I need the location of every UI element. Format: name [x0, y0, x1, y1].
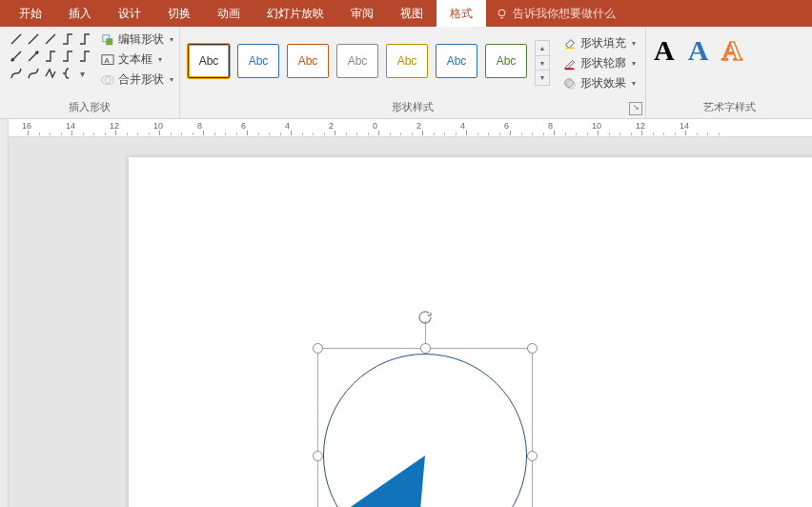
shape-connector-icon[interactable] [44, 32, 57, 46]
tell-me-search[interactable]: 告诉我你想要做什么 [486, 0, 625, 27]
svg-line-1 [11, 34, 21, 44]
lightbulb-icon [496, 8, 508, 20]
tab-insert[interactable]: 插入 [55, 0, 105, 27]
paint-bucket-icon [563, 37, 577, 51]
group-wordart-styles: A A A 艺术字样式 [646, 27, 812, 118]
shape-effects-button[interactable]: 形状效果▾ [561, 74, 638, 92]
style-preset-7[interactable]: Abc [485, 44, 527, 78]
pie-wedge[interactable] [317, 348, 533, 507]
group-wordart-label: 艺术字样式 [654, 100, 804, 116]
tell-me-label: 告诉我你想要做什么 [513, 6, 616, 22]
spinner-up-icon[interactable]: ▲ [536, 41, 549, 56]
group-styles-label: 形状样式 [188, 100, 638, 116]
style-preset-4[interactable]: Abc [336, 44, 378, 78]
chevron-down-icon: ▾ [170, 35, 173, 44]
shape-line2-icon[interactable] [27, 32, 40, 46]
insert-shape-commands: 编辑形状▾ A 文本框▾ 合并形状▾ [99, 30, 175, 89]
shape-gallery[interactable]: ▾ [8, 30, 93, 82]
svg-line-3 [46, 34, 55, 44]
svg-text:A: A [105, 55, 111, 64]
ribbon-tab-strip: 开始 插入 设计 切换 动画 幻灯片放映 审阅 视图 格式 告诉我你想要做什么 [0, 0, 812, 27]
shape-style-gallery[interactable]: Abc Abc Abc Abc Abc Abc Abc ▲ ▼ ▼ [188, 30, 550, 86]
merge-shapes-button: 合并形状▾ [99, 71, 175, 89]
resize-handle-nw[interactable] [313, 343, 323, 354]
style-gallery-spinner[interactable]: ▲ ▼ ▼ [535, 40, 550, 86]
shape-freeform-icon[interactable] [44, 67, 57, 80]
selected-shape-pie[interactable] [317, 348, 533, 507]
style-preset-5[interactable]: Abc [386, 44, 428, 78]
resize-handle-w[interactable] [313, 451, 323, 461]
resize-handle-e[interactable] [527, 451, 538, 461]
svg-text:▾: ▾ [80, 69, 85, 79]
chevron-down-icon: ▾ [170, 75, 173, 84]
tab-view[interactable]: 视图 [387, 0, 436, 27]
style-preset-3[interactable]: Abc [287, 44, 329, 78]
wordart-preset-1[interactable]: A [654, 34, 675, 67]
slide-thumbnail-pane[interactable] [0, 119, 9, 507]
tab-slideshow[interactable]: 幻灯片放映 [254, 0, 337, 27]
group-insert-label: 插入形状 [8, 100, 172, 116]
shape-elbow4-icon[interactable] [61, 50, 74, 63]
svg-rect-12 [565, 68, 575, 70]
shape-curve2-icon[interactable] [27, 67, 40, 80]
style-preset-2[interactable]: Abc [237, 44, 279, 78]
text-box-icon: A [101, 53, 114, 67]
tab-format[interactable]: 格式 [436, 0, 486, 27]
text-box-label: 文本框 [118, 51, 152, 68]
shape-more-icon[interactable]: ▾ [78, 67, 91, 80]
shape-styles-dialog-launcher[interactable]: ↘ [629, 102, 642, 115]
shape-elbow2-icon[interactable] [78, 32, 91, 46]
style-preset-6[interactable]: Abc [436, 44, 477, 78]
chevron-down-icon: ▾ [632, 39, 636, 48]
resize-handle-n[interactable] [420, 343, 431, 354]
edit-shape-label: 编辑形状 [118, 31, 164, 48]
spinner-down-icon[interactable]: ▼ [536, 56, 549, 71]
shape-line-icon[interactable] [10, 32, 23, 46]
svg-line-2 [29, 34, 38, 44]
svg-point-13 [565, 78, 574, 87]
chevron-down-icon: ▾ [158, 55, 162, 64]
wordart-preset-3[interactable]: A [721, 34, 742, 67]
shape-outline-label: 形状轮廓 [580, 55, 626, 71]
tab-home[interactable]: 开始 [6, 0, 55, 27]
chevron-down-icon: ▾ [632, 59, 636, 68]
wordart-gallery[interactable]: A A A [654, 30, 742, 67]
rotation-handle[interactable] [417, 310, 433, 325]
merge-shapes-label: 合并形状 [118, 71, 164, 88]
effects-icon [563, 77, 577, 91]
style-preset-1[interactable]: Abc [188, 44, 230, 78]
merge-shapes-icon [101, 73, 114, 87]
group-insert-shapes: ▾ 编辑形状▾ A 文本框▾ 合并形状▾ 插入形状 [0, 27, 180, 118]
shape-curve-icon[interactable] [10, 67, 23, 80]
slide-edit-area[interactable]: 16141210864202468101214 [9, 119, 812, 507]
horizontal-ruler: 16141210864202468101214 [9, 119, 812, 137]
shape-fill-label: 形状填充 [580, 35, 626, 51]
edit-shape-icon [101, 33, 114, 47]
shape-arrow-l-icon[interactable] [10, 50, 23, 63]
tab-animations[interactable]: 动画 [204, 0, 254, 27]
shape-elbow5-icon[interactable] [78, 50, 91, 63]
svg-rect-11 [566, 47, 575, 49]
rotate-icon [417, 310, 433, 325]
svg-point-0 [498, 10, 505, 16]
tab-review[interactable]: 审阅 [337, 0, 387, 27]
workspace: 16141210864202468101214 [0, 119, 812, 507]
spinner-more-icon[interactable]: ▼ [536, 71, 549, 85]
tab-transitions[interactable]: 切换 [154, 0, 204, 27]
shape-elbow-icon[interactable] [61, 32, 74, 46]
text-box-button[interactable]: A 文本框▾ [99, 51, 175, 69]
wordart-preset-2[interactable]: A [688, 34, 709, 67]
chevron-down-icon: ▾ [632, 79, 636, 88]
pen-icon [563, 57, 577, 71]
edit-shape-button[interactable]: 编辑形状▾ [99, 30, 175, 49]
shape-brace-icon[interactable] [61, 67, 74, 80]
shape-fill-button[interactable]: 形状填充▾ [561, 34, 638, 52]
shape-arrow-r-icon[interactable] [27, 50, 40, 63]
shape-outline-button[interactable]: 形状轮廓▾ [561, 54, 638, 72]
shape-effects-label: 形状效果 [580, 75, 626, 91]
shape-elbow3-icon[interactable] [44, 50, 57, 63]
tab-design[interactable]: 设计 [105, 0, 154, 27]
shape-style-commands: 形状填充▾ 形状轮廓▾ 形状效果▾ [561, 34, 638, 92]
resize-handle-ne[interactable] [527, 343, 538, 354]
ribbon: ▾ 编辑形状▾ A 文本框▾ 合并形状▾ 插入形状 [0, 27, 812, 119]
